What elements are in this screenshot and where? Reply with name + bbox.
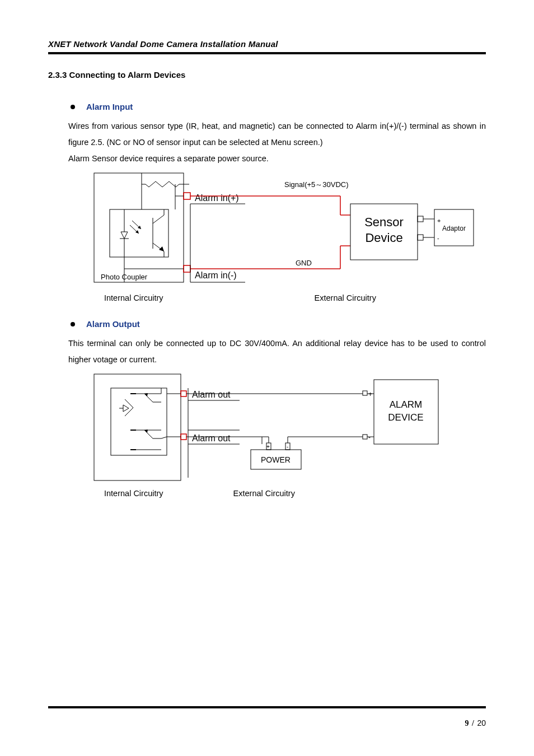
alarm-in-minus-label: Alarm in(-) — [195, 270, 237, 280]
svg-rect-71 — [363, 391, 367, 395]
alarm-output-para: This terminal can only be connected up t… — [68, 335, 486, 368]
svg-rect-24 — [184, 265, 190, 272]
svg-line-50 — [125, 408, 133, 416]
signal-label: Signal(+5～30VDC) — [284, 180, 349, 189]
bullet-icon — [71, 322, 75, 326]
alarm-input-caption-external: External Circuitry — [315, 293, 376, 302]
bullet-icon — [71, 105, 75, 109]
section-heading: 2.3.3 Connecting to Alarm Devices — [48, 70, 486, 80]
page-footer: 9 / 20 — [48, 706, 486, 728]
page-number: 9 / 20 — [48, 718, 486, 728]
adaptor-minus: - — [437, 235, 439, 241]
alarm-in-plus-label: Alarm in(+) — [195, 193, 239, 203]
svg-rect-33 — [418, 216, 423, 222]
alarm-output-caption-external: External Circuitry — [233, 489, 295, 498]
gnd-label: GND — [296, 259, 312, 267]
alarm-output-caption-internal: Internal Circuitry — [104, 489, 163, 498]
alarm-output-title: Alarm Output — [86, 319, 140, 329]
alarm-input-diagram: Photo Coupler Alarm in(+) Alarm in(-) Si… — [88, 170, 480, 288]
svg-rect-34 — [418, 235, 423, 240]
svg-marker-16 — [159, 246, 164, 251]
alarm-out-label-1: Alarm out — [192, 390, 231, 399]
svg-rect-42 — [111, 388, 167, 455]
alarm-device-label-2: DEVICE — [388, 412, 423, 423]
svg-rect-41 — [94, 374, 181, 480]
svg-marker-56 — [144, 430, 148, 433]
svg-rect-22 — [184, 193, 190, 199]
alarm-device-label-1: ALARM — [390, 399, 423, 410]
adaptor-label: Adaptor — [442, 225, 466, 232]
alarm-device-minus: - — [368, 433, 371, 441]
svg-marker-6 — [121, 232, 128, 239]
sensor-label-2: Device — [365, 231, 402, 245]
alarm-input-para1: Wires from various sensor type (IR, heat… — [68, 118, 486, 151]
adaptor-plus: + — [437, 217, 441, 224]
alarm-input-title: Alarm Input — [86, 102, 133, 111]
alarm-input-caption-internal: Internal Circuitry — [104, 293, 163, 302]
photo-coupler-label: Photo Coupler — [101, 273, 148, 281]
svg-marker-51 — [123, 405, 129, 412]
svg-marker-46 — [144, 393, 148, 396]
alarm-input-para2: Alarm Sensor device requires a separate … — [68, 151, 486, 167]
svg-line-14 — [153, 215, 164, 223]
svg-line-65 — [161, 437, 167, 438]
power-label: POWER — [261, 455, 291, 464]
sensor-label-1: Sensor — [364, 215, 404, 229]
svg-rect-83 — [363, 435, 367, 439]
alarm-output-diagram: Alarm out Alarm out + POWER + - - ALARM … — [88, 371, 441, 483]
alarm-device-plus: + — [368, 390, 372, 398]
document-header: XNET Network Vandal Dome Camera Installa… — [48, 39, 486, 52]
header-rule — [48, 52, 486, 54]
footer-rule — [48, 706, 486, 708]
svg-text:-: - — [287, 444, 288, 450]
alarm-out-label-2: Alarm out — [192, 433, 231, 443]
svg-text:+: + — [266, 444, 270, 450]
svg-rect-62 — [181, 434, 186, 440]
svg-rect-61 — [181, 391, 186, 396]
